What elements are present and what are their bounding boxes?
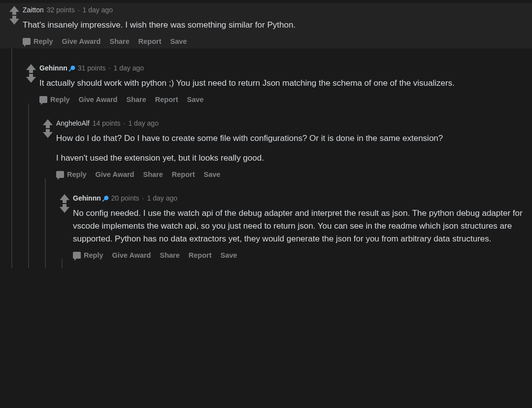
comment-meta: Gehinnn 20 points · 1 day ago [73, 193, 523, 203]
vote-column [56, 192, 73, 259]
upvote-icon[interactable] [26, 64, 36, 70]
vote-column [39, 117, 56, 178]
share-button[interactable]: Share [109, 37, 129, 45]
points-label: 31 points [78, 63, 106, 73]
points-label: 32 points [47, 5, 75, 15]
author-link[interactable]: Gehinnn [73, 193, 101, 203]
reply-button[interactable]: Reply [39, 96, 70, 103]
author-link[interactable]: Gehinnn [39, 63, 67, 73]
separator-dot: · [109, 63, 111, 73]
downvote-icon[interactable] [26, 77, 36, 83]
timestamp: 1 day ago [128, 118, 159, 128]
comment-text: No config needed. I use the watch api of… [73, 207, 523, 245]
downvote-icon[interactable] [43, 132, 53, 138]
action-bar: Reply Give Award Share Report Save [23, 37, 523, 45]
comment: Gehinnn 20 points · 1 day ago No config … [56, 192, 532, 259]
points-label: 14 points [93, 118, 121, 128]
timestamp: 1 day ago [147, 193, 178, 203]
save-button[interactable]: Save [204, 170, 221, 178]
save-button[interactable]: Save [170, 37, 187, 45]
vote-column [6, 4, 23, 45]
report-button[interactable]: Report [155, 96, 178, 103]
separator-dot: · [124, 118, 126, 128]
report-button[interactable]: Report [189, 251, 212, 259]
give-award-button[interactable]: Give Award [79, 96, 118, 103]
separator-dot: · [142, 193, 144, 203]
timestamp: 1 day ago [83, 5, 113, 15]
author-link[interactable]: Zaitton [23, 5, 44, 15]
comment-text: That's insanely impressive. I wish there… [23, 19, 523, 32]
vote-column [23, 62, 39, 103]
report-button[interactable]: Report [138, 37, 162, 45]
comment-text: How do I do that? Do I have to create so… [56, 132, 523, 165]
share-button[interactable]: Share [143, 170, 163, 178]
microphone-icon [68, 63, 78, 73]
points-label: 20 points [111, 193, 139, 203]
reply-button[interactable]: Reply [56, 170, 87, 178]
action-bar: Reply Give Award Share Report Save [39, 96, 523, 103]
comment: AngheloAlf 14 points · 1 day ago How do … [39, 117, 532, 178]
speech-bubble-icon [73, 252, 81, 259]
report-button[interactable]: Report [172, 170, 195, 178]
upvote-icon[interactable] [43, 119, 53, 125]
action-bar: Reply Give Award Share Report Save [56, 170, 523, 178]
comment-meta: Gehinnn 31 points · 1 day ago [39, 63, 523, 73]
save-button[interactable]: Save [221, 251, 237, 259]
upvote-icon[interactable] [60, 194, 69, 200]
separator-dot: · [78, 5, 80, 15]
downvote-icon[interactable] [60, 207, 69, 213]
author-link[interactable]: AngheloAlf [56, 118, 90, 128]
speech-bubble-icon [23, 38, 31, 45]
comment-thread: Zaitton 32 points · 1 day ago That's ins… [0, 0, 532, 271]
reply-button[interactable]: Reply [73, 251, 103, 259]
comment: Zaitton 32 points · 1 day ago That's ins… [0, 3, 532, 48]
comment-meta: Zaitton 32 points · 1 day ago [23, 5, 523, 15]
comment-meta: AngheloAlf 14 points · 1 day ago [56, 118, 523, 128]
give-award-button[interactable]: Give Award [96, 170, 134, 178]
give-award-button[interactable]: Give Award [112, 251, 151, 259]
downvote-icon[interactable] [9, 19, 19, 25]
comment: Gehinnn 31 points · 1 day ago It actuall… [23, 62, 532, 103]
share-button[interactable]: Share [126, 96, 146, 103]
give-award-button[interactable]: Give Award [62, 37, 101, 45]
speech-bubble-icon [56, 171, 64, 178]
share-button[interactable]: Share [160, 251, 179, 259]
upvote-icon[interactable] [9, 6, 19, 12]
reply-button[interactable]: Reply [23, 37, 53, 45]
microphone-icon [101, 193, 112, 203]
comment-text: It actually should work with python ;) Y… [39, 77, 523, 90]
action-bar: Reply Give Award Share Report Save [73, 251, 523, 259]
speech-bubble-icon [39, 96, 47, 103]
save-button[interactable]: Save [187, 96, 204, 103]
timestamp: 1 day ago [114, 63, 144, 73]
